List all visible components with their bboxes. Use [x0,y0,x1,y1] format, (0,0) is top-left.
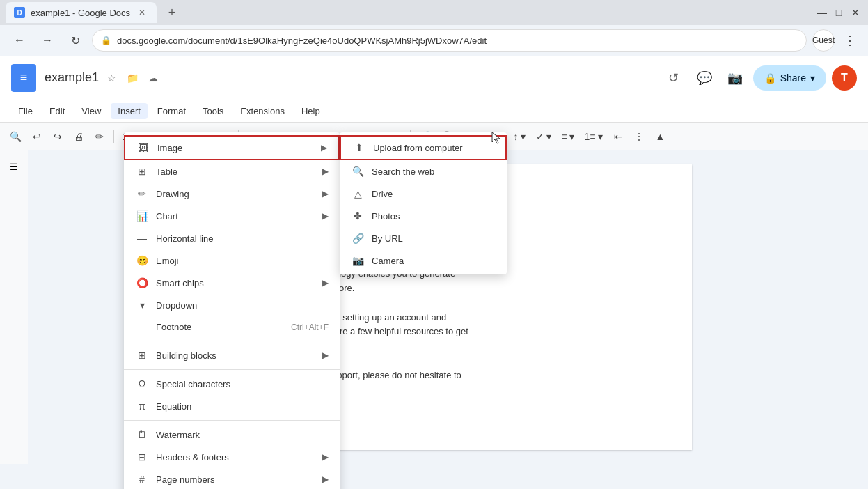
forward-button[interactable]: → [36,29,58,52]
share-button[interactable]: 🔒 Share ▾ [753,65,826,91]
upload-label: Upload from computer [373,143,463,153]
lock-icon: 🔒 [101,36,111,45]
image-option-searchweb[interactable]: 🔍 Search the web [340,160,507,183]
menu-extensions[interactable]: Extensions [233,103,292,119]
chart-submenu-arrow: ▶ [322,211,329,221]
maximize-button[interactable]: □ [832,6,846,20]
insert-menu-dropdown: 🖼 Image ▶ ⊞ Table ▶ ✏ Drawing ▶ 📊 Chart … [124,132,340,489]
url-bar[interactable]: 🔒 docs.google.com/document/d/1sE9OlkaHyn… [92,29,807,52]
close-button[interactable]: ✕ [849,6,862,20]
image-option-photos[interactable]: ✤ Photos [340,205,507,227]
toolbar-undo[interactable]: ↩ [27,127,47,146]
chart-label: Chart [156,211,178,222]
table-label: Table [156,166,177,177]
menu-option-specialchars[interactable]: Ω Special characters [124,373,340,395]
menu-option-drawing[interactable]: ✏ Drawing ▶ [124,183,340,205]
docs-header: ≡ example1 ☆ 📁 ☁ ↺ 💬 📷 🔒 Share ▾ T [0,56,868,100]
footnote-label: Footnote [156,322,191,332]
menu-format[interactable]: Format [150,103,193,119]
minimize-button[interactable]: — [815,6,829,20]
chart-menu-icon: 📊 [135,210,149,222]
upload-icon: ⬆ [352,142,366,153]
byurl-icon: 🔗 [351,233,365,244]
window-controls: — □ ✕ [815,6,862,20]
search-icon: 🔍 [351,166,365,177]
docs-title-area: example1 ☆ 📁 ☁ [45,70,161,86]
move-to-drive-button[interactable]: 📁 [124,70,141,86]
menu-option-image[interactable]: 🖼 Image ▶ [124,135,340,160]
menu-option-chart[interactable]: 📊 Chart ▶ [124,205,340,227]
menu-option-table[interactable]: ⊞ Table ▶ [124,160,340,183]
buildingblocks-label: Building blocks [156,350,216,361]
menu-option-pagenumbers[interactable]: # Page numbers ▶ [124,468,340,489]
menu-option-watermark[interactable]: 🗒 Watermark [124,424,340,446]
image-option-camera[interactable]: 📷 Camera [340,249,507,272]
history-button[interactable]: ↺ [661,65,686,91]
header-right: ↺ 💬 📷 🔒 Share ▾ T [661,65,857,91]
specialchars-menu-icon: Ω [135,378,149,389]
meet-button[interactable]: 📷 [723,65,748,91]
reload-button[interactable]: ↻ [64,29,86,52]
back-button[interactable]: ← [8,29,31,52]
toolbar-collapse[interactable]: ▲ [650,127,670,146]
image-label: Image [157,143,182,153]
buildingblocks-menu-icon: ⊞ [135,350,149,361]
star-button[interactable]: ☆ [103,70,120,86]
menu-view[interactable]: View [74,103,108,119]
sidebar-toggle[interactable]: ☰ [0,150,28,464]
menu-tools[interactable]: Tools [196,103,230,119]
pagenumbers-label: Page numbers [156,474,215,485]
table-menu-icon: ⊞ [135,166,149,177]
toolbar-numberedlist[interactable]: 1≡ ▾ [580,127,607,146]
menu-option-buildingblocks[interactable]: ⊞ Building blocks ▶ [124,344,340,366]
toolbar-indent-dec[interactable]: ⇤ [608,127,628,146]
image-option-byurl[interactable]: 🔗 By URL [340,227,507,249]
image-submenu-arrow: ▶ [321,143,327,153]
toolbar-checklist[interactable]: ✓ ▾ [532,127,556,146]
user-avatar-button[interactable]: T [832,65,857,91]
profile-button[interactable]: Guest [812,29,835,52]
lock-share-icon: 🔒 [764,72,776,84]
image-menu-icon: 🖼 [136,142,150,153]
toolbar-paintformat[interactable]: ✏ [90,127,109,146]
drawing-menu-icon: ✏ [135,188,149,199]
toolbar-bulletlist[interactable]: ≡ ▾ [557,127,578,146]
menu-insert[interactable]: Insert [111,103,148,119]
menu-option-equation[interactable]: π Equation [124,395,340,417]
photos-icon: ✤ [351,210,365,222]
toolbar-redo[interactable]: ↪ [48,127,68,146]
byurl-label: By URL [372,233,403,244]
separator-1 [124,341,340,341]
new-tab-button[interactable]: + [162,3,182,22]
toolbar-linespace[interactable]: ↕ ▾ [510,127,530,146]
tab-close-button[interactable]: ✕ [136,6,148,19]
comments-button[interactable]: 💬 [692,65,717,91]
image-option-drive[interactable]: △ Drive [340,183,507,205]
smartchips-label: Smart chips [156,278,204,288]
headersfooters-menu-icon: ⊟ [135,451,149,463]
toolbar-search[interactable]: 🔍 [6,127,26,146]
cloud-save-button[interactable]: ☁ [145,70,161,86]
dropdown-label: Dropdown [156,300,197,311]
menu-option-footnote[interactable]: Footnote Ctrl+Alt+F [124,316,340,338]
menu-option-hline[interactable]: — Horizontal line [124,227,340,249]
menu-help[interactable]: Help [294,103,327,119]
pagenumbers-submenu-arrow: ▶ [322,474,329,484]
browser-tab[interactable]: D example1 - Google Docs ✕ [6,2,157,23]
image-option-upload[interactable]: ⬆ Upload from computer [340,135,507,160]
menu-option-headersfooters[interactable]: ⊟ Headers & footers ▶ [124,446,340,468]
doc-title[interactable]: example1 [45,70,99,85]
camera-label: Camera [372,256,404,266]
menu-edit[interactable]: Edit [42,103,72,119]
browser-menu-button[interactable]: ⋮ [840,31,860,50]
tab-favicon: D [14,7,25,18]
tab-title: example1 - Google Docs [31,8,130,18]
menu-option-dropdown[interactable]: ▾ Dropdown [124,294,340,316]
title-bar: D example1 - Google Docs ✕ + — □ ✕ [0,0,868,25]
toolbar-more[interactable]: ⋮ [629,127,649,146]
menu-file[interactable]: File [11,103,40,119]
menu-option-smartchips[interactable]: ⭕ Smart chips ▶ [124,272,340,294]
toolbar-divider-1 [113,130,114,143]
menu-option-emoji[interactable]: 😊 Emoji [124,249,340,272]
toolbar-print[interactable]: 🖨 [69,127,88,146]
